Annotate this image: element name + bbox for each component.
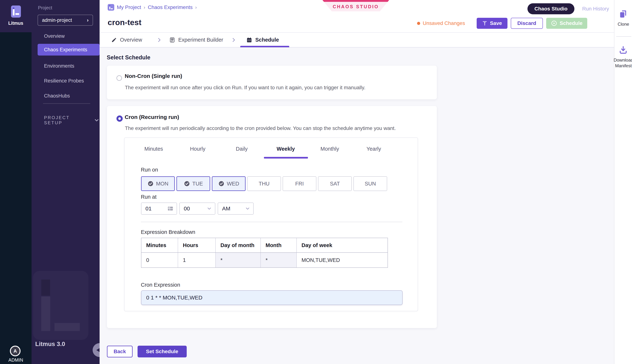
cron-expression-label: Cron Expression <box>141 282 180 288</box>
day-label: THU <box>259 181 270 187</box>
sidebar-item-label: Environments <box>44 63 74 69</box>
step-label: Schedule <box>255 37 279 43</box>
tab-label: Minutes <box>144 146 163 152</box>
breadcrumb: My Project › Chaos Experiments › <box>108 4 197 11</box>
left-rail: Litmus A ADMIN <box>0 0 32 364</box>
save-button[interactable]: Save <box>477 18 507 29</box>
breadcrumb-my-project[interactable]: My Project <box>117 4 141 10</box>
page-header: My Project › Chaos Experiments › CHAOS S… <box>100 0 614 48</box>
chevron-down-icon <box>94 117 100 123</box>
sidebar-item-overview[interactable]: Overview <box>32 30 100 42</box>
chevron-down-icon <box>207 206 212 211</box>
cell-month: * <box>261 253 297 268</box>
project-label: Project <box>38 5 52 10</box>
download-icon[interactable] <box>618 45 628 54</box>
cron-tab-hourly[interactable]: Hourly <box>176 143 220 154</box>
experiment-builder-icon <box>169 37 175 43</box>
cron-builder-panel: Minutes Hourly Daily Weekly Monthly Year… <box>124 138 418 311</box>
non-cron-option-card[interactable]: Non-Cron (Single run) The experiment wil… <box>107 66 437 99</box>
run-on-label: Run on <box>141 167 158 173</box>
meridiem-value: AM <box>222 206 245 212</box>
cron-tab-weekly[interactable]: Weekly <box>264 143 308 154</box>
cron-option-card: Cron (Recurring run) The experiment will… <box>107 106 437 328</box>
day-label: SUN <box>365 181 376 187</box>
avatar[interactable]: A <box>10 346 21 356</box>
sidebar-item-label: ChaosHubs <box>44 93 70 99</box>
experiment-steps: Overview Experiment Builder Schedule <box>100 32 614 47</box>
check-circle-icon <box>218 180 225 187</box>
cron-tab-monthly[interactable]: Monthly <box>308 143 352 154</box>
back-button[interactable]: Back <box>107 346 133 358</box>
non-cron-radio[interactable] <box>117 75 122 81</box>
cron-expression-input[interactable]: 0 1 * * MON,TUE,WED <box>141 290 403 305</box>
sidebar-collapse-button[interactable] <box>93 343 100 357</box>
chevron-right-icon: › <box>87 17 89 23</box>
header-cell: Day of week <box>297 238 387 252</box>
page-title: cron-test <box>108 18 141 27</box>
sidebar-item-resilience-probes[interactable]: Resilience Probes <box>32 75 100 87</box>
meridiem-select[interactable]: AM <box>218 202 254 214</box>
step-overview[interactable]: Overview <box>111 32 142 47</box>
tab-label: Yearly <box>366 146 381 152</box>
day-selector: MON TUE WED THU FRI SAT <box>141 176 387 191</box>
step-label: Experiment Builder <box>178 37 223 43</box>
unsaved-status: Unsaved Changes <box>417 20 465 26</box>
cell-hours: 1 <box>178 253 216 268</box>
day-button-sat[interactable]: SAT <box>318 176 352 191</box>
cell-day-of-month: * <box>216 253 261 268</box>
select-schedule-heading: Select Schedule <box>107 54 150 61</box>
cron-description: The experiment will run periodically acc… <box>125 125 396 131</box>
pencil-icon <box>111 37 117 43</box>
project-select[interactable]: admin-project › <box>38 15 93 26</box>
step-schedule[interactable]: Schedule <box>246 32 279 47</box>
clone-icon[interactable] <box>618 10 628 19</box>
day-button-tue[interactable]: TUE <box>176 176 210 191</box>
day-button-fri[interactable]: FRI <box>283 176 316 191</box>
sidebar-item-environments[interactable]: Environments <box>32 60 100 72</box>
run-history-tab[interactable]: Run History <box>582 6 609 12</box>
day-label: SAT <box>330 181 340 187</box>
breadcrumb-logo-icon <box>108 4 114 11</box>
play-circle-icon <box>551 20 557 26</box>
chaos-studio-tab[interactable]: Chaos Studio <box>527 3 574 14</box>
status-dot-icon <box>417 22 420 25</box>
sidebar-item-chaoshubs[interactable]: ChaosHubs <box>32 90 100 102</box>
cell-minutes: 0 <box>141 253 178 268</box>
sidebar-item-label: Overview <box>44 33 65 39</box>
project-setup-toggle[interactable]: PROJECT SETUP <box>44 115 100 125</box>
expression-breakdown-table: Minutes Hours Day of month Month Day of … <box>141 238 388 268</box>
version-label: Litmus 3.0 <box>35 340 65 348</box>
cron-tab-minutes[interactable]: Minutes <box>132 143 176 154</box>
schedule-label: Schedule <box>560 20 582 26</box>
panel-divider <box>141 222 402 222</box>
keypad-icon <box>167 205 174 212</box>
chevron-down-icon <box>245 206 250 211</box>
minute-select[interactable]: 00 <box>179 202 215 214</box>
sidebar-item-chaos-experiments[interactable]: Chaos Experiments <box>38 44 100 56</box>
hour-value: 01 <box>146 206 167 212</box>
day-label: MON <box>156 181 169 187</box>
schedule-button-disabled[interactable]: Schedule <box>546 18 587 29</box>
tab-label: Hourly <box>190 146 205 152</box>
day-button-sun[interactable]: SUN <box>353 176 387 191</box>
cron-radio-selected[interactable] <box>117 116 123 122</box>
day-button-wed[interactable]: WED <box>212 176 246 191</box>
hour-input[interactable]: 01 <box>141 202 177 214</box>
litmus-logo-icon[interactable] <box>11 6 21 18</box>
cron-tab-yearly[interactable]: Yearly <box>352 143 396 154</box>
cron-tab-daily[interactable]: Daily <box>220 143 264 154</box>
day-button-thu[interactable]: THU <box>247 176 281 191</box>
watermark-block <box>55 323 80 331</box>
set-schedule-label: Set Schedule <box>146 348 178 354</box>
download-manifest-label: Download Manifest <box>613 57 632 68</box>
check-circle-icon <box>148 180 154 187</box>
breadcrumb-chaos-experiments[interactable]: Chaos Experiments <box>148 4 193 10</box>
discard-label: Discard <box>517 20 536 26</box>
step-experiment-builder[interactable]: Experiment Builder <box>169 32 223 47</box>
discard-button[interactable]: Discard <box>511 18 543 29</box>
day-button-mon[interactable]: MON <box>141 176 175 191</box>
set-schedule-button[interactable]: Set Schedule <box>138 346 187 358</box>
table-header-row: Minutes Hours Day of month Month Day of … <box>141 238 387 253</box>
ribbon-top-bar <box>322 0 389 2</box>
check-circle-icon <box>184 180 190 187</box>
